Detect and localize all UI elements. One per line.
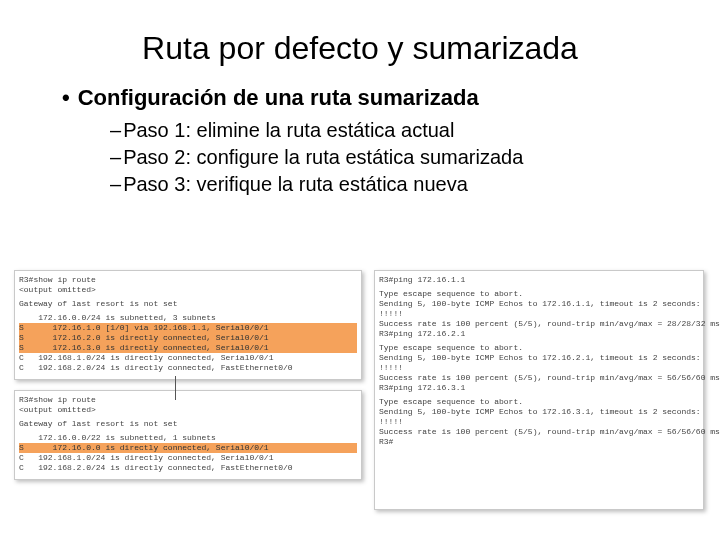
cli-highlight: S 172.16.1.0 [1/0] via 192.168.1.1, Seri… — [19, 323, 357, 333]
dash-icon: – — [110, 173, 121, 195]
cli-line: C 192.168.1.0/24 is directly connected, … — [19, 453, 357, 463]
bullet-icon: • — [62, 85, 70, 110]
cli-line: Type escape sequence to abort. — [379, 289, 699, 299]
step-3: –Paso 3: verifique la ruta estática nuev… — [110, 171, 720, 198]
route-before-panel: R3#show ip route <output omitted> Gatewa… — [14, 270, 362, 380]
step-2-text: Paso 2: configure la ruta estática sumar… — [123, 146, 523, 168]
step-1: –Paso 1: elimine la ruta estática actual — [110, 117, 720, 144]
cli-line: C 192.168.2.0/24 is directly connected, … — [19, 463, 357, 473]
dash-icon: – — [110, 146, 121, 168]
cli-line: Gateway of last resort is not set — [19, 419, 357, 429]
cli-line: 172.16.0.0/22 is subnetted, 1 subnets — [19, 433, 357, 443]
right-column: R3#ping 172.16.1.1 Type escape sequence … — [374, 270, 704, 510]
step-2: –Paso 2: configure la ruta estática suma… — [110, 144, 720, 171]
cli-line: Gateway of last resort is not set — [19, 299, 357, 309]
cli-highlight: S 172.16.2.0 is directly connected, Seri… — [19, 333, 357, 343]
cli-line: !!!!! — [379, 363, 699, 373]
route-after-panel: R3#show ip route <output omitted> Gatewa… — [14, 390, 362, 480]
cli-line: Type escape sequence to abort. — [379, 397, 699, 407]
cli-line: !!!!! — [379, 309, 699, 319]
subheading-text: Configuración de una ruta sumarizada — [78, 85, 479, 110]
cli-line: Success rate is 100 percent (5/5), round… — [379, 319, 699, 329]
cli-line: 172.16.0.0/24 is subnetted, 3 subnets — [19, 313, 357, 323]
cli-line: R3#ping 172.16.1.1 — [379, 275, 699, 285]
cli-line: R3#show ip route — [19, 395, 357, 405]
cli-highlight: S 172.16.0.0 is directly connected, Seri… — [19, 443, 357, 453]
ping-panel: R3#ping 172.16.1.1 Type escape sequence … — [374, 270, 704, 510]
cli-line: Sending 5, 100-byte ICMP Echos to 172.16… — [379, 353, 699, 363]
step-3-text: Paso 3: verifique la ruta estática nueva — [123, 173, 468, 195]
slide-title: Ruta por defecto y sumarizada — [60, 30, 660, 67]
cli-line: Sending 5, 100-byte ICMP Echos to 172.16… — [379, 299, 699, 309]
cli-line: C 192.168.1.0/24 is directly connected, … — [19, 353, 357, 363]
cli-line: R3#ping 172.16.3.1 — [379, 383, 699, 393]
panel-area: R3#show ip route <output omitted> Gatewa… — [14, 270, 706, 510]
cli-line: R3#show ip route — [19, 275, 357, 285]
step-list: –Paso 1: elimine la ruta estática actual… — [110, 117, 720, 198]
cli-line: <output omitted> — [19, 405, 357, 415]
step-1-text: Paso 1: elimine la ruta estática actual — [123, 119, 454, 141]
subheading: •Configuración de una ruta sumarizada — [62, 85, 720, 111]
connector-line — [175, 376, 176, 400]
cli-highlight: S 172.16.3.0 is directly connected, Seri… — [19, 343, 357, 353]
left-column: R3#show ip route <output omitted> Gatewa… — [14, 270, 362, 510]
cli-line: !!!!! — [379, 417, 699, 427]
cli-line: <output omitted> — [19, 285, 357, 295]
cli-line: R3#ping 172.16.2.1 — [379, 329, 699, 339]
cli-line: C 192.168.2.0/24 is directly connected, … — [19, 363, 357, 373]
cli-line: Success rate is 100 percent (5/5), round… — [379, 373, 699, 383]
dash-icon: – — [110, 119, 121, 141]
cli-line: Type escape sequence to abort. — [379, 343, 699, 353]
cli-line: Sending 5, 100-byte ICMP Echos to 172.16… — [379, 407, 699, 417]
cli-line: Success rate is 100 percent (5/5), round… — [379, 427, 699, 437]
cli-line: R3# — [379, 437, 699, 447]
